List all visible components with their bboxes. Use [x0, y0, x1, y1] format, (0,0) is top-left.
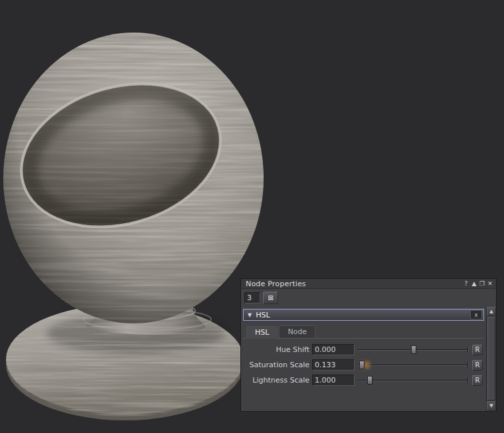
slider-handle[interactable]	[367, 376, 373, 385]
titlebar-buttons: ? ▲ ❐ ✕	[462, 280, 494, 288]
panel-scrollbar[interactable]: ▲ ▼	[486, 307, 496, 410]
param-slider[interactable]	[357, 344, 469, 355]
help-icon[interactable]: ?	[462, 280, 470, 288]
reset-button[interactable]: R	[472, 345, 483, 355]
close-icon[interactable]: ✕	[486, 280, 494, 288]
application-window: Node Properties ? ▲ ❐ ✕ ⊠ ▼ HSL x	[0, 0, 504, 433]
node-header-hsl[interactable]: ▼ HSL x	[243, 309, 484, 321]
slider-handle[interactable]	[411, 345, 416, 354]
node-header-label: HSL	[256, 311, 270, 319]
float-icon[interactable]: ❐	[478, 280, 486, 288]
tab-bar: HSL Node	[243, 325, 484, 339]
filter-icon: ⊠	[268, 294, 273, 302]
collapse-icon[interactable]: ▲	[470, 280, 478, 288]
panel-titlebar[interactable]: Node Properties ? ▲ ❐ ✕	[241, 279, 496, 289]
tab-node[interactable]: Node	[279, 325, 315, 338]
param-value-field[interactable]	[312, 359, 355, 371]
slider-track	[357, 380, 468, 381]
slider-handle[interactable]	[359, 361, 365, 369]
panel-content: ▼ HSL x HSL Node Hue Shift	[241, 307, 486, 410]
panel-toolbar: ⊠	[241, 289, 496, 307]
param-slider[interactable]	[357, 375, 469, 386]
filter-button[interactable]: ⊠	[263, 292, 278, 304]
node-index-field[interactable]	[244, 292, 260, 303]
node-remove-button[interactable]: x	[470, 310, 482, 319]
parameter-rows: Hue Shift R Saturation Scale	[243, 339, 484, 387]
scroll-up-icon[interactable]: ▲	[487, 307, 496, 316]
reset-button[interactable]: R	[472, 375, 483, 386]
param-slider[interactable]	[357, 359, 469, 371]
param-value-field[interactable]	[312, 375, 355, 386]
param-value-field[interactable]	[312, 344, 355, 355]
param-row-saturation-scale: Saturation Scale R	[243, 358, 484, 372]
slider-track	[357, 365, 468, 365]
scroll-down-icon[interactable]: ▼	[487, 401, 496, 410]
scrollbar-thumb[interactable]	[487, 317, 495, 400]
panel-title: Node Properties	[246, 280, 306, 288]
node-properties-panel: Node Properties ? ▲ ❐ ✕ ⊠ ▼ HSL x	[240, 278, 497, 412]
collapse-arrow-icon[interactable]: ▼	[248, 312, 252, 318]
param-label: Lightness Scale	[243, 376, 309, 385]
param-label: Hue Shift	[243, 345, 309, 354]
param-row-lightness-scale: Lightness Scale R	[243, 373, 484, 387]
tab-hsl[interactable]: HSL	[246, 326, 278, 339]
param-row-hue-shift: Hue Shift R	[243, 343, 484, 357]
param-label: Saturation Scale	[243, 361, 309, 369]
reset-button[interactable]: R	[472, 360, 483, 371]
